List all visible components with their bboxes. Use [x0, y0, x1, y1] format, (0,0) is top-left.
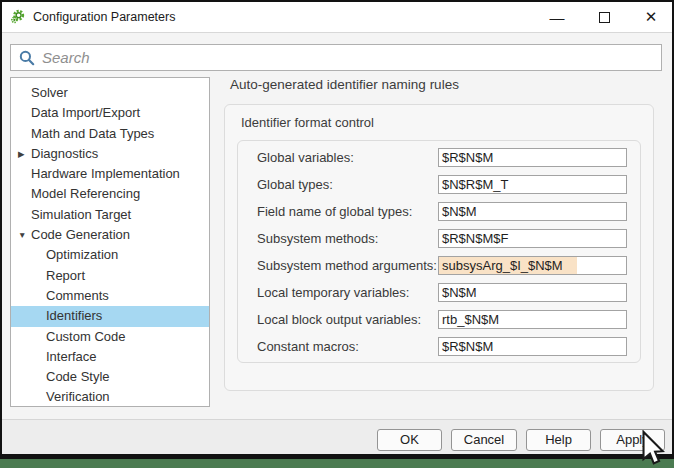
sidebar-item-verification[interactable]: Verification	[11, 387, 209, 407]
field-name-of-global-types-input[interactable]: $N$M	[438, 202, 627, 221]
button-bar: OK Cancel Help Apply	[2, 419, 672, 454]
background-green-strip	[0, 459, 674, 468]
settings-category-tree: Solver Data Import/Export Math and Data …	[10, 77, 210, 407]
window-title: Configuration Parameters	[33, 10, 175, 24]
local-temporary-variables-label: Local temporary variables:	[257, 283, 438, 302]
close-icon: ✕	[645, 8, 658, 26]
group-title: Identifier format control	[241, 115, 374, 130]
sidebar-item-code-generation[interactable]: ▼Code Generation	[11, 225, 209, 245]
minimize-icon: —	[550, 9, 565, 26]
sidebar-item-code-style[interactable]: Code Style	[11, 367, 209, 387]
sidebar-item-report[interactable]: Report	[11, 266, 209, 286]
identifier-format-control-group: Global variables: $R$N$M Global types: $…	[237, 140, 641, 363]
subsystem-methods-input[interactable]: $R$N$M$F	[438, 229, 627, 248]
mouse-cursor-icon	[641, 430, 665, 466]
sidebar-item-optimization[interactable]: Optimization	[11, 245, 209, 265]
sidebar-item-comments[interactable]: Comments	[11, 286, 209, 306]
simulink-gear-icon	[10, 9, 25, 24]
form-row: Local block output variables: rtb_$N$M	[257, 310, 640, 337]
help-button[interactable]: Help	[526, 429, 591, 451]
collapsed-arrow-icon[interactable]: ▶	[18, 144, 30, 164]
sidebar-item-hardware-implementation[interactable]: Hardware Implementation	[11, 164, 209, 184]
dialog-body: Search Solver Data Import/Export Math an…	[2, 32, 672, 453]
constant-macros-label: Constant macros:	[257, 337, 438, 356]
sidebar-item-identifiers[interactable]: Identifiers	[11, 306, 209, 326]
sidebar-item-interface[interactable]: Interface	[11, 347, 209, 367]
page-title: Auto-generated identifier naming rules	[230, 77, 459, 92]
cancel-button[interactable]: Cancel	[451, 429, 517, 451]
sidebar-item-data-import-export[interactable]: Data Import/Export	[11, 103, 209, 123]
form-row: Field name of global types: $N$M	[257, 202, 640, 229]
sidebar-item-math-and-data-types[interactable]: Math and Data Types	[11, 124, 209, 144]
maximize-button[interactable]	[587, 2, 621, 32]
global-types-input[interactable]: $N$R$M_T	[438, 175, 627, 194]
naming-rules-panel: Identifier format control Global variabl…	[224, 104, 654, 391]
global-types-label: Global types:	[257, 175, 438, 194]
sidebar-item-custom-code[interactable]: Custom Code	[11, 327, 209, 347]
search-input[interactable]: Search	[10, 44, 662, 71]
local-temporary-variables-input[interactable]: $N$M	[438, 283, 627, 302]
title-bar: Configuration Parameters — ✕	[2, 2, 672, 32]
expanded-arrow-icon[interactable]: ▼	[18, 225, 30, 245]
form-row: Constant macros: $R$N$M	[257, 337, 640, 364]
sidebar-item-solver[interactable]: Solver	[11, 83, 209, 103]
sidebar-item-diagnostics[interactable]: ▶Diagnostics	[11, 144, 209, 164]
form-row: Global variables: $R$N$M	[257, 148, 640, 175]
form-row: Subsystem method arguments: subsysArg_$I…	[257, 256, 640, 283]
form-row: Global types: $N$R$M_T	[257, 175, 640, 202]
minimize-button[interactable]: —	[540, 2, 574, 32]
sidebar-item-simulation-target[interactable]: Simulation Target	[11, 205, 209, 225]
local-block-output-variables-input[interactable]: rtb_$N$M	[438, 310, 627, 329]
subsystem-method-arguments-label: Subsystem method arguments:	[257, 256, 438, 275]
form-row: Local temporary variables: $N$M	[257, 283, 640, 310]
sidebar-item-model-referencing[interactable]: Model Referencing	[11, 184, 209, 204]
constant-macros-input[interactable]: $R$N$M	[438, 337, 627, 356]
search-icon	[19, 50, 35, 66]
form-row: Subsystem methods: $R$N$M$F	[257, 229, 640, 256]
close-button[interactable]: ✕	[634, 2, 668, 32]
subsystem-method-arguments-input[interactable]: subsysArg_$I_$N$M	[438, 256, 627, 275]
global-variables-label: Global variables:	[257, 148, 438, 167]
modified-value-highlight: subsysArg_$I_$N$M	[439, 257, 577, 274]
search-placeholder: Search	[42, 49, 90, 66]
local-block-output-variables-label: Local block output variables:	[257, 310, 438, 329]
maximize-icon	[599, 12, 610, 23]
subsystem-methods-label: Subsystem methods:	[257, 229, 438, 248]
ok-button[interactable]: OK	[377, 429, 442, 451]
global-variables-input[interactable]: $R$N$M	[438, 148, 627, 167]
configuration-parameters-window: Configuration Parameters — ✕ Search Solv…	[0, 0, 674, 468]
field-name-of-global-types-label: Field name of global types:	[257, 202, 438, 221]
